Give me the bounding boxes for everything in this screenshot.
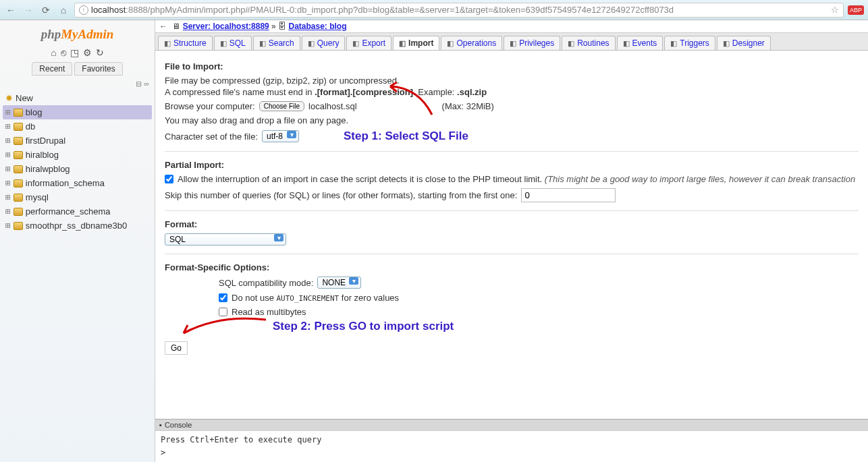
skip-input[interactable] <box>521 188 616 202</box>
expand-icon[interactable]: ⊞ <box>5 121 11 132</box>
compat-select[interactable]: NONE <box>317 277 361 289</box>
tab-icon: ◧ <box>352 39 359 48</box>
new-icon: ✸ <box>5 93 13 103</box>
tree-db-hiralwpblog[interactable]: ⊞hiralwpblog <box>3 162 152 176</box>
go-button[interactable]: Go <box>165 341 188 355</box>
import-form: File to Import: File may be compressed (… <box>155 51 868 419</box>
tab-icon: ◧ <box>670 39 677 48</box>
tab-routines[interactable]: ◧Routines <box>562 36 615 50</box>
back-icon[interactable]: ← <box>4 3 18 17</box>
breadcrumb: ← 🖥 Server: localhost:8889 » 🗄 Database:… <box>155 20 868 33</box>
tab-operations[interactable]: ◧Operations <box>441 36 502 50</box>
expand-icon[interactable]: ⊞ <box>5 150 11 160</box>
tab-icon: ◧ <box>399 39 406 48</box>
console-body[interactable]: Press Ctrl+Enter to execute query > <box>155 430 868 462</box>
database-icon <box>13 109 23 117</box>
expand-icon[interactable]: ⊞ <box>5 206 11 216</box>
tab-icon: ◧ <box>447 39 454 48</box>
expand-icon[interactable]: ⊞ <box>5 107 11 117</box>
tab-import[interactable]: ◧Import <box>393 36 439 50</box>
section-format-options: Format-Specific Options: <box>165 262 859 272</box>
abp-icon[interactable]: ABP <box>848 5 864 15</box>
tab-sql[interactable]: ◧SQL <box>214 36 252 50</box>
auto-increment-checkbox[interactable] <box>219 293 227 302</box>
expand-icon[interactable]: ⊞ <box>5 164 11 174</box>
tree-db-mysql[interactable]: ⊞mysql <box>3 190 152 204</box>
tab-privileges[interactable]: ◧Privileges <box>504 36 560 50</box>
expand-icon[interactable]: ⊞ <box>5 178 11 188</box>
database-icon: 🗄 <box>278 22 286 31</box>
sidebar-tabs: Recent Favorites <box>0 62 155 76</box>
tab-query[interactable]: ◧Query <box>302 36 346 50</box>
console-prompt: > <box>161 446 863 459</box>
sidebar: phpMyAdmin ⌂ ⎋ ◳ ⚙ ↻ Recent Favorites ⊟ … <box>0 20 155 462</box>
allow-interrupt-checkbox[interactable] <box>165 175 173 183</box>
docs-icon[interactable]: ◳ <box>70 47 79 58</box>
tab-icon: ◧ <box>568 39 574 48</box>
database-tree: ✸New⊞blog⊞db⊞firstDrupal⊞hiralblog⊞hiral… <box>0 91 155 233</box>
format-select[interactable]: SQL <box>165 233 286 246</box>
tab-favorites[interactable]: Favorites <box>74 62 122 76</box>
tab-export[interactable]: ◧Export <box>346 36 391 50</box>
compat-label: SQL compatibility mode: <box>219 278 313 288</box>
choose-file-button[interactable]: Choose File <box>259 101 304 111</box>
annotation-step1: Step 1: Select SQL File <box>344 129 468 143</box>
drag-note: You may also drag and drop a file on any… <box>165 115 859 125</box>
breadcrumb-server[interactable]: Server: localhost:8889 <box>183 22 269 31</box>
settings-icon[interactable]: ⚙ <box>83 47 92 58</box>
database-icon <box>13 208 23 216</box>
annotation-arrow-2-icon <box>178 314 273 341</box>
forward-icon[interactable]: → <box>22 3 35 17</box>
reload-icon[interactable]: ⟳ <box>39 3 53 17</box>
tree-db-information_schema[interactable]: ⊞information_schema <box>3 176 152 190</box>
reload-icon[interactable]: ↻ <box>96 47 104 58</box>
tab-structure[interactable]: ◧Structure <box>158 36 213 50</box>
database-icon <box>13 222 23 230</box>
home-icon[interactable]: ⌂ <box>51 47 56 58</box>
star-icon[interactable]: ☆ <box>831 5 839 15</box>
compress-note: File may be compressed (gzip, bzip2, zip… <box>165 76 859 86</box>
name-note: A compressed file's name must end in .[f… <box>165 87 859 97</box>
multibytes-checkbox[interactable] <box>219 308 227 316</box>
logout-icon[interactable]: ⎋ <box>61 47 66 58</box>
main-panel: ← 🖥 Server: localhost:8889 » 🗄 Database:… <box>155 20 868 462</box>
tree-db-db[interactable]: ⊞db <box>3 119 152 134</box>
tab-icon: ◧ <box>723 39 730 48</box>
browse-label: Browse your computer: <box>165 101 255 111</box>
sidebar-collapse[interactable]: ⊟ ∞ <box>0 80 155 91</box>
url-bar[interactable]: i localhost:8888/phpMyAdmin/import.php#P… <box>74 3 844 18</box>
tree-db-hiralblog[interactable]: ⊞hiralblog <box>3 148 152 162</box>
tree-db-smoothpr_ss_dbname3b0[interactable]: ⊞smoothpr_ss_dbname3b0 <box>3 219 152 233</box>
console-toggle-icon[interactable]: ▪ <box>159 421 162 429</box>
tree-db-performance_schema[interactable]: ⊞performance_schema <box>3 204 152 219</box>
section-file-to-import: File to Import: <box>165 61 859 71</box>
section-partial-import: Partial Import: <box>165 160 859 170</box>
tab-search[interactable]: ◧Search <box>253 36 300 50</box>
tab-events[interactable]: ◧Events <box>617 36 663 50</box>
back-arrow-icon[interactable]: ← <box>159 22 167 31</box>
auto-increment-label: Do not use AUTO_INCREMENT for zero value… <box>232 293 399 303</box>
console-hint: Press Ctrl+Enter to execute query <box>161 434 863 446</box>
info-icon[interactable]: i <box>79 5 88 15</box>
expand-icon[interactable]: ⊞ <box>5 221 11 231</box>
console-header[interactable]: ▪ Console <box>155 420 868 430</box>
tree-db-firstDrupal[interactable]: ⊞firstDrupal <box>3 134 152 148</box>
expand-icon[interactable]: ⊞ <box>5 136 11 146</box>
logo[interactable]: phpMyAdmin <box>0 20 155 47</box>
tree-new[interactable]: ✸New <box>3 91 152 105</box>
allow-interrupt-label: Allow the interruption of an import in c… <box>178 174 855 184</box>
expand-icon[interactable]: ⊞ <box>5 192 11 202</box>
tab-triggers[interactable]: ◧Triggers <box>664 36 715 50</box>
console: ▪ Console Press Ctrl+Enter to execute qu… <box>155 419 868 462</box>
tree-db-blog[interactable]: ⊞blog <box>3 105 152 119</box>
tab-icon: ◧ <box>220 39 227 48</box>
tab-recent[interactable]: Recent <box>32 62 72 76</box>
breadcrumb-database[interactable]: Database: blog <box>288 22 346 31</box>
tab-designer[interactable]: ◧Designer <box>717 36 771 50</box>
home-icon[interactable]: ⌂ <box>57 3 70 17</box>
tab-icon: ◧ <box>308 39 315 48</box>
charset-label: Character set of the file: <box>165 132 258 142</box>
charset-select[interactable]: utf-8 <box>262 130 299 142</box>
database-icon <box>13 179 23 187</box>
multibytes-label: Read as multibytes <box>232 307 306 317</box>
